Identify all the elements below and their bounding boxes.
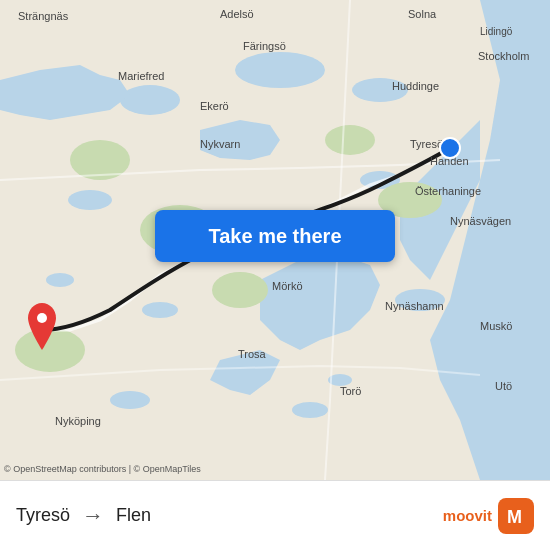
svg-text:Mariefred: Mariefred [118, 70, 164, 82]
svg-text:Utö: Utö [495, 380, 512, 392]
attribution-text: © OpenStreetMap contributors | © OpenMap… [4, 464, 201, 474]
moovit-icon: M [498, 498, 534, 534]
svg-point-6 [46, 273, 74, 287]
direction-arrow: → [82, 503, 104, 529]
svg-text:Färingsö: Färingsö [243, 40, 286, 52]
svg-text:Österhaninge: Österhaninge [415, 185, 481, 197]
to-location: Flen [116, 505, 151, 526]
svg-point-1 [235, 52, 325, 88]
svg-point-15 [212, 272, 268, 308]
svg-text:Nynäsvägen: Nynäsvägen [450, 215, 511, 227]
svg-text:Mörkö: Mörkö [272, 280, 303, 292]
svg-text:Ekerö: Ekerö [200, 100, 229, 112]
svg-text:Tyresö: Tyresö [410, 138, 443, 150]
svg-point-2 [120, 85, 180, 115]
take-me-there-button[interactable]: Take me there [155, 210, 395, 262]
svg-text:Adelsö: Adelsö [220, 8, 254, 20]
svg-point-10 [292, 402, 328, 418]
from-location: Tyresö [16, 505, 70, 526]
svg-text:Strängnäs: Strängnäs [18, 10, 69, 22]
svg-text:Nynäshamn: Nynäshamn [385, 300, 444, 312]
svg-text:Lidingö: Lidingö [480, 26, 513, 37]
origin-pin [440, 138, 460, 158]
svg-text:Torö: Torö [340, 385, 361, 397]
footer-bar: Tyresö → Flen moovit M [0, 480, 550, 550]
svg-point-5 [142, 302, 178, 318]
svg-text:Trosa: Trosa [238, 348, 267, 360]
svg-text:Solna: Solna [408, 8, 437, 20]
moovit-wordmark: moovit [443, 507, 492, 524]
svg-text:Muskö: Muskö [480, 320, 512, 332]
svg-text:Nyköping: Nyköping [55, 415, 101, 427]
svg-point-9 [110, 391, 150, 409]
svg-text:Huddinge: Huddinge [392, 80, 439, 92]
svg-text:M: M [507, 507, 522, 527]
svg-text:Nykvarn: Nykvarn [200, 138, 240, 150]
svg-text:Stockholm: Stockholm [478, 50, 529, 62]
svg-point-4 [68, 190, 112, 210]
map-container: Strängnäs Adelsö Solna Lidingö Stockholm… [0, 0, 550, 480]
moovit-logo: moovit M [443, 498, 534, 534]
svg-point-39 [37, 313, 47, 323]
svg-point-17 [325, 125, 375, 155]
